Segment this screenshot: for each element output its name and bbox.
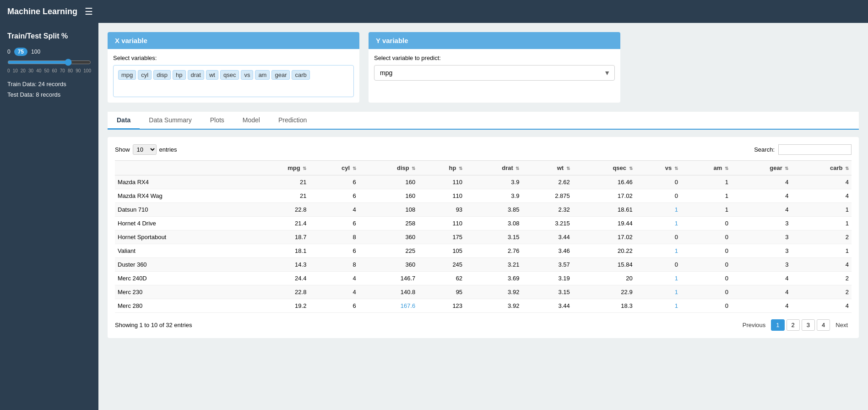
variable-tag[interactable]: disp [153, 70, 171, 80]
link-value[interactable]: 1 [675, 247, 678, 254]
table-head: mpg ⇅cyl ⇅disp ⇅hp ⇅drat ⇅wt ⇅qsec ⇅vs ⇅… [115, 161, 852, 175]
variable-tag[interactable]: hp [173, 70, 185, 80]
page-4-button[interactable]: 4 [817, 319, 830, 331]
variable-tag[interactable]: gear [271, 70, 290, 80]
page-1-button[interactable]: 1 [771, 319, 784, 331]
table-header-row: mpg ⇅cyl ⇅disp ⇅hp ⇅drat ⇅wt ⇅qsec ⇅vs ⇅… [115, 161, 852, 175]
variable-tag[interactable]: vs [241, 70, 253, 80]
col-carb[interactable]: carb ⇅ [791, 161, 852, 175]
cell-vs: 0 [635, 230, 681, 244]
app-title: Machine Learning [7, 7, 77, 16]
cell-drat: 3.69 [465, 272, 522, 285]
variable-tag[interactable]: drat [188, 70, 204, 80]
col-hp[interactable]: hp ⇅ [418, 161, 465, 175]
tab-plots[interactable]: Plots [201, 112, 233, 130]
cell-drat: 3.92 [465, 299, 522, 313]
cell-hp: 62 [418, 272, 465, 285]
cell-mpg: 24.4 [249, 272, 309, 285]
cell-gear: 4 [731, 175, 792, 189]
show-entries: Show 102550100 entries [115, 144, 177, 155]
page-2-button[interactable]: 2 [787, 319, 800, 331]
cell-mpg: 22.8 [249, 285, 309, 299]
entries-select[interactable]: 102550100 [133, 144, 157, 155]
link-value[interactable]: 1 [675, 302, 678, 309]
hamburger-icon[interactable]: ☰ [85, 6, 93, 17]
variable-tag[interactable]: am [255, 70, 270, 80]
page-3-button[interactable]: 3 [802, 319, 815, 331]
cell-gear: 3 [731, 258, 792, 272]
col-disp[interactable]: disp ⇅ [359, 161, 418, 175]
table-row: Mazda RX4 Wag2161601103.92.87517.020144 [115, 189, 852, 203]
cell-carb: 4 [791, 258, 852, 272]
variable-tag[interactable]: carb [292, 70, 309, 80]
cell-am: 0 [681, 217, 731, 230]
cell-wt: 3.44 [522, 299, 572, 313]
link-value[interactable]: 167.6 [401, 302, 416, 309]
cell-carb: 2 [791, 272, 852, 285]
cell-car-name: Duster 360 [115, 258, 249, 272]
cell-vs: 0 [635, 258, 681, 272]
table-row: Hornet Sportabout18.783601753.153.4417.0… [115, 230, 852, 244]
cell-qsec: 17.02 [573, 230, 635, 244]
train-test-info: Train Data: 24 records Test Data: 8 reco… [7, 79, 91, 100]
tab-prediction[interactable]: Prediction [269, 112, 316, 130]
cell-drat: 3.9 [465, 175, 522, 189]
cell-cyl: 8 [309, 230, 358, 244]
cell-cyl: 6 [309, 175, 358, 189]
cell-wt: 3.15 [522, 285, 572, 299]
data-table: mpg ⇅cyl ⇅disp ⇅hp ⇅drat ⇅wt ⇅qsec ⇅vs ⇅… [115, 160, 852, 313]
cell-gear: 4 [731, 299, 792, 313]
col-am[interactable]: am ⇅ [681, 161, 731, 175]
variable-tag[interactable]: qsec [220, 70, 239, 80]
col-cyl[interactable]: cyl ⇅ [309, 161, 358, 175]
cell-wt: 3.44 [522, 230, 572, 244]
table-row: Hornet 4 Drive21.462581103.083.21519.441… [115, 217, 852, 230]
cell-cyl: 6 [309, 244, 358, 258]
col-gear[interactable]: gear ⇅ [731, 161, 792, 175]
cell-wt: 2.875 [522, 189, 572, 203]
col-drat[interactable]: drat ⇅ [465, 161, 522, 175]
cell-hp: 93 [418, 203, 465, 217]
cell-disp: 160 [359, 189, 418, 203]
col-vs[interactable]: vs ⇅ [635, 161, 681, 175]
cell-mpg: 21 [249, 175, 309, 189]
link-value[interactable]: 1 [675, 275, 678, 282]
col-qsec[interactable]: qsec ⇅ [573, 161, 635, 175]
prev-page-button[interactable]: Previous [739, 320, 770, 330]
tab-data[interactable]: Data [108, 112, 140, 130]
cell-qsec: 22.9 [573, 285, 635, 299]
cell-am: 0 [681, 272, 731, 285]
train-test-slider[interactable] [7, 59, 91, 66]
cell-drat: 3.21 [465, 258, 522, 272]
slider-value: 75 [14, 48, 27, 56]
link-value[interactable]: 1 [675, 220, 678, 227]
col-wt[interactable]: wt ⇅ [522, 161, 572, 175]
slider-container: 0 10 20 30 40 50 60 70 80 90 100 [7, 59, 91, 73]
link-value[interactable]: 1 [675, 206, 678, 213]
col-mpg[interactable]: mpg ⇅ [249, 161, 309, 175]
col-name[interactable] [115, 161, 249, 175]
variable-tag[interactable]: mpg [118, 70, 136, 80]
slider-ticks: 0 10 20 30 40 50 60 70 80 90 100 [7, 68, 91, 73]
cell-wt: 3.19 [522, 272, 572, 285]
search-input[interactable] [778, 144, 852, 155]
link-value[interactable]: 1 [675, 289, 678, 295]
sidebar: Train/Test Split % 0 75 100 0 10 20 30 4… [0, 23, 98, 410]
x-variable-tags[interactable]: mpgcyldisphpdratwtqsecvsamgearcarb [113, 65, 354, 97]
tab-data-summary[interactable]: Data Summary [140, 112, 201, 130]
variable-tag[interactable]: wt [206, 70, 218, 80]
cell-am: 1 [681, 189, 731, 203]
cell-gear: 3 [731, 217, 792, 230]
cell-drat: 3.15 [465, 230, 522, 244]
cell-qsec: 18.3 [573, 299, 635, 313]
y-variable-select[interactable]: mpgcyldisphpdratwtqsecvsamgearcarb [374, 65, 615, 81]
cell-gear: 4 [731, 272, 792, 285]
y-variable-label: Select variable to predict: [374, 55, 615, 61]
cell-qsec: 16.46 [573, 175, 635, 189]
variable-tag[interactable]: cyl [138, 70, 152, 80]
tab-model[interactable]: Model [233, 112, 269, 130]
cell-mpg: 18.1 [249, 244, 309, 258]
next-page-button[interactable]: Next [832, 320, 852, 330]
cell-carb: 2 [791, 230, 852, 244]
cell-qsec: 17.02 [573, 189, 635, 203]
